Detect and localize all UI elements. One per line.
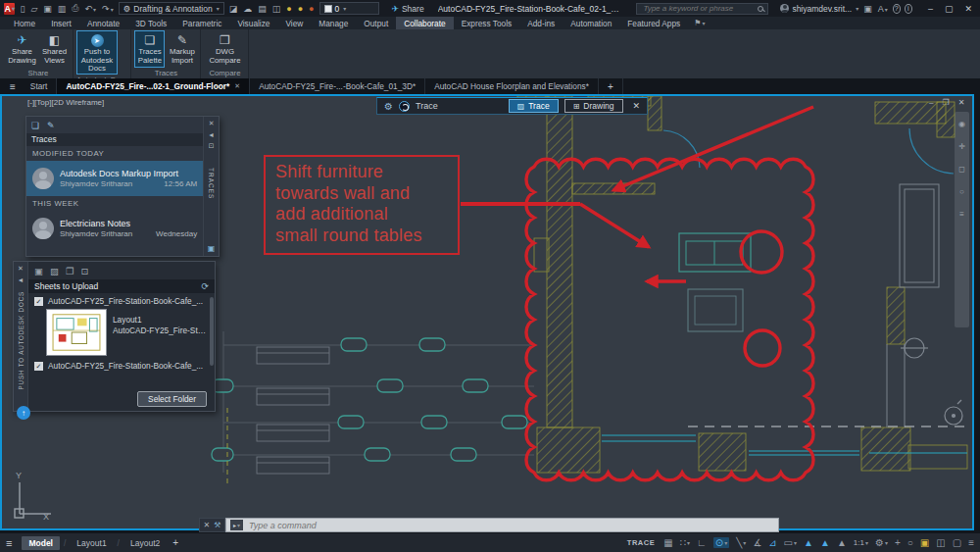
render-icon[interactable]: ◫ [272, 4, 281, 14]
push-close-icon[interactable]: ✕ [18, 265, 24, 273]
tab-manage[interactable]: Manage [311, 17, 356, 29]
share-button[interactable]: ✈ Share [391, 4, 423, 14]
tab-add-ins[interactable]: Add-ins [519, 17, 563, 29]
push-autohide-icon[interactable]: ◄ [18, 276, 24, 283]
sun-icon[interactable]: ● [286, 4, 291, 14]
tab-layout2[interactable]: Layout2 [123, 536, 167, 550]
traces-properties-icon[interactable]: ⊡ [209, 142, 215, 150]
doc-close-button[interactable]: ✕ [958, 98, 965, 107]
panel-label-traces[interactable]: Traces [134, 68, 197, 78]
tab-home[interactable]: Home [6, 17, 43, 29]
tab-model[interactable]: Model [22, 536, 60, 550]
app-menu-button[interactable]: A [4, 3, 15, 15]
trace-settings-gear-icon[interactable]: ⚙ [384, 101, 393, 112]
annotation-visibility-icon[interactable]: ▲ [804, 537, 813, 548]
new-trace-icon[interactable]: ❏ [31, 121, 39, 130]
new-layout-button[interactable]: + [172, 537, 178, 548]
traces-autohide-icon[interactable]: ◄ [208, 131, 215, 138]
redo-icon[interactable]: ↷ [102, 4, 114, 14]
push-folder-icon[interactable]: ❐ [66, 266, 74, 276]
traces-palette-button[interactable]: ❏ Traces Palette [134, 30, 165, 68]
nav-orbit-icon[interactable]: ○ [959, 187, 964, 196]
navigation-bar[interactable]: ◉ ✛ ◻ ○ ≡ [955, 112, 969, 327]
trace-item-markup-import[interactable]: Autodesk Docs Markup Import Shiyamdev Sr… [26, 161, 203, 196]
file-tab-ground-floor[interactable]: AutoCAD-FY25_Fire-...02-1_Ground-Floor* … [57, 78, 250, 94]
tab-automation[interactable]: Automation [563, 17, 619, 29]
workspace-switcher[interactable]: ⚙ Drafting & Annotation [119, 2, 224, 15]
tab-view[interactable]: View [277, 17, 311, 29]
traces-close-icon[interactable]: ✕ [209, 120, 215, 127]
command-recent-icon[interactable]: ▸ [230, 520, 243, 530]
otrack-icon[interactable]: ∡ [753, 537, 761, 548]
maximize-button[interactable]: ▢ [945, 4, 954, 14]
sheet-set-icon[interactable]: ▤ [258, 4, 267, 14]
push-save-icon[interactable]: ⊡ [81, 266, 89, 276]
annotation-autoscale-icon[interactable]: ▲ [820, 537, 830, 548]
nav-zoom-icon[interactable]: ◻ [958, 165, 965, 174]
file-tab-3d[interactable]: AutoCAD-FY25_Fire-...-Book-Cafe_01_3D* [250, 78, 425, 94]
push-detach-icon[interactable]: ▨ [50, 266, 59, 276]
command-line-grip[interactable]: ✕ ⚒ [199, 518, 225, 532]
notification-icon[interactable]: i [905, 4, 912, 14]
trace-item-electricians-notes[interactable]: Electricians Notes Shiyamdev Sritharan W… [26, 211, 203, 246]
search-input[interactable] [641, 3, 754, 14]
tab-annotate[interactable]: Annotate [79, 17, 127, 29]
undo-icon[interactable]: ↶ [85, 4, 97, 14]
scale-value[interactable]: 1:1 [854, 538, 868, 547]
layout-thumbnail-block[interactable]: Layout1 AutoCAD-FY25_Fire-Station... [28, 307, 215, 358]
file-tab-start[interactable]: Start [22, 78, 58, 94]
status-menu-icon[interactable]: ≡ [968, 537, 974, 548]
tab-featured-apps[interactable]: Featured Apps [619, 17, 688, 29]
tab-collaborate[interactable]: Collaborate [396, 17, 453, 29]
dynamic-input-icon[interactable]: ⊿ [768, 537, 776, 548]
osnap-icon[interactable]: ⊙ [713, 537, 729, 548]
panel-label-compare[interactable]: Compare [204, 68, 245, 78]
help-icon[interactable]: ? [893, 4, 901, 14]
grid-icon[interactable]: ▦ [663, 537, 672, 548]
panel-label-share[interactable]: Share [7, 68, 70, 78]
mtext-icon[interactable]: ◪ [229, 4, 238, 14]
search-icon[interactable] [758, 6, 763, 12]
nav-menu-icon[interactable]: ≡ [959, 210, 964, 219]
save-as-icon[interactable]: ▥ [58, 4, 67, 14]
lock-icon[interactable]: ● [309, 4, 314, 14]
new-drawing-tab-button[interactable]: + [599, 78, 623, 94]
share-drawing-button[interactable]: ✈ Share Drawing [7, 30, 37, 68]
close-button[interactable]: ✕ [964, 4, 972, 14]
trace-mode-toggle[interactable]: ▨ Trace [509, 99, 559, 113]
settings-gear-icon[interactable]: ⚙ [875, 537, 888, 548]
bulb-icon[interactable]: ● [298, 4, 303, 14]
new-trace-from-file-icon[interactable]: ✎ [47, 121, 55, 130]
layer-dropdown[interactable]: 0 [319, 2, 380, 15]
command-close-icon[interactable]: ✕ [204, 521, 211, 529]
plot-icon[interactable]: ⎙ [72, 3, 78, 14]
refresh-icon[interactable]: ⟳ [201, 281, 209, 291]
dwg-compare-button[interactable]: ❐ DWG Compare [204, 30, 245, 68]
shared-views-button[interactable]: ◧ Shared Views [39, 30, 70, 68]
tab-parametric[interactable]: Parametric [174, 17, 229, 29]
language-flag-icon[interactable]: ⚑ [694, 17, 705, 29]
sheet-row-2[interactable]: ✓ AutoCAD-FY25_Fire-Station-Book-Cafe_..… [28, 358, 215, 372]
drawing-mode-toggle[interactable]: ⊞ Drawing [564, 99, 623, 113]
nav-wheel-icon[interactable]: ◉ [958, 120, 965, 128]
trace-close-icon[interactable]: ✕ [633, 101, 641, 111]
nav-pan-icon[interactable]: ✛ [958, 142, 965, 151]
tab-layout1[interactable]: Layout1 [70, 536, 113, 550]
cloud-icon[interactable]: ☁ [243, 4, 252, 14]
command-customize-icon[interactable]: ⚒ [214, 521, 220, 529]
tab-visualize[interactable]: Visualize [229, 17, 277, 29]
close-tab-icon[interactable]: ✕ [234, 82, 240, 90]
app-store-icon[interactable]: ▣ [863, 4, 872, 14]
markup-import-button[interactable]: ✎ Markup Import [167, 30, 197, 68]
save-icon[interactable]: ▣ [43, 4, 52, 14]
autodesk-apps-icon[interactable]: A [878, 4, 888, 14]
layout-menu-icon[interactable]: ≡ [6, 537, 12, 549]
select-folder-button[interactable]: Select Folder [137, 391, 207, 407]
annotation-scale-icon[interactable]: ▲ [837, 537, 847, 548]
tab-insert[interactable]: Insert [43, 17, 79, 29]
help-search-box[interactable] [636, 3, 768, 15]
viewport-controls[interactable]: [-][Top][2D Wireframe] [27, 98, 104, 107]
command-input[interactable] [247, 520, 774, 531]
minimize-button[interactable]: – [928, 4, 933, 14]
doc-restore-button[interactable]: ❐ [942, 98, 949, 107]
